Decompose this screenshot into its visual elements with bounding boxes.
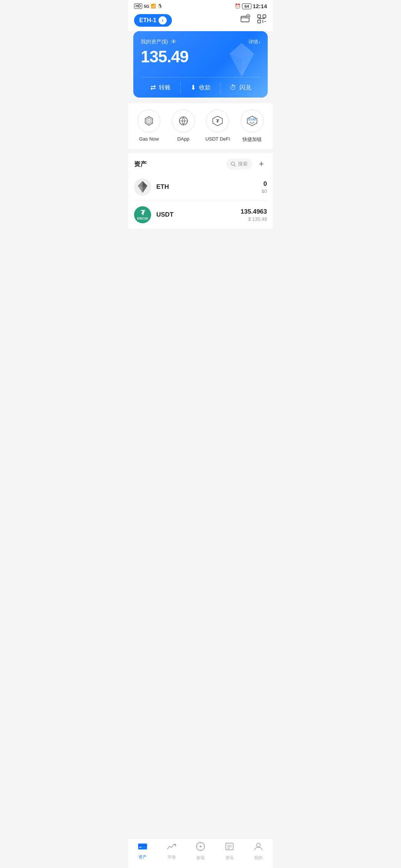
search-box[interactable]: 搜索 [226, 158, 252, 170]
nav-profile-icon [254, 842, 263, 854]
svg-point-32 [200, 846, 202, 848]
usdt-asset-values: 135.4963 $ 135.49 [241, 208, 267, 222]
gas-now-icon [137, 109, 160, 132]
usdt-asset-name: USDT [156, 211, 241, 218]
asset-card: 我的资产($) 👁 详情 › 135.49 ⇄ 转账 ⬇ [133, 31, 268, 98]
time-display: 12:14 [253, 3, 267, 9]
asset-item-eth[interactable]: ETH 0 $0 [134, 173, 267, 201]
network-selector[interactable]: ETH-1 › [134, 14, 172, 27]
svg-rect-29 [138, 845, 147, 846]
transfer-button[interactable]: ⇄ 转账 [141, 78, 180, 98]
battery-indicator: 64 [242, 3, 251, 9]
header-actions [240, 14, 267, 27]
quick-link-gas-now[interactable]: Gas Now [134, 109, 164, 143]
quick-link-quick-chain[interactable]: EVM 快捷加链 [237, 109, 267, 143]
status-bar: HD 5G 📶 🐧 ⏰ 64 12:14 [128, 0, 273, 11]
receive-icon: ⬇ [190, 83, 196, 92]
nav-market-icon [167, 842, 176, 853]
eth-asset-values: 0 $0 [262, 180, 267, 194]
quick-link-usdt-defi[interactable]: ₮ USDT DeFi [203, 109, 232, 143]
action-bar: ⇄ 转账 ⬇ 收款 ⏱ 闪兑 [141, 77, 260, 98]
transfer-icon: ⇄ [150, 83, 156, 92]
dapp-icon [172, 109, 195, 132]
flash-exchange-button[interactable]: ⏱ 闪兑 [221, 78, 260, 98]
status-right: ⏰ 64 12:14 [235, 3, 267, 9]
svg-text:EVM: EVM [248, 118, 256, 121]
svg-rect-30 [139, 847, 141, 848]
svg-rect-2 [258, 15, 261, 18]
usdt-defi-label: USDT DeFi [205, 136, 230, 142]
usdt-coin-icon: ₮ ERC20 [134, 206, 151, 223]
nav-item-news[interactable]: 资讯 [218, 842, 241, 861]
wechat-icon: 🐧 [157, 4, 163, 9]
add-asset-button[interactable]: + [256, 158, 267, 170]
app-header: ETH-1 › [128, 11, 273, 31]
nav-item-discover[interactable]: 发现 [189, 842, 212, 861]
scan-icon[interactable] [257, 14, 267, 27]
nav-assets-icon [138, 842, 147, 853]
svg-point-41 [257, 843, 260, 847]
nav-discover-icon [196, 842, 205, 854]
gas-now-label: Gas Now [139, 136, 159, 142]
quick-chain-label: 快捷加链 [242, 136, 262, 143]
eth-asset-name: ETH [156, 183, 262, 191]
assets-header: 资产 搜索 + [134, 153, 267, 173]
eth-coin-icon [134, 178, 151, 195]
svg-line-22 [234, 165, 236, 167]
usdt-usd-value: $ 135.49 [241, 216, 267, 222]
receive-label: 收款 [199, 84, 211, 92]
asset-item-usdt[interactable]: ₮ ERC20 USDT 135.4963 $ 135.49 [134, 201, 267, 228]
alarm-icon: ⏰ [235, 3, 241, 9]
flash-icon: ⏱ [230, 84, 237, 92]
svg-rect-3 [263, 15, 266, 18]
assets-title: 资产 [134, 160, 147, 168]
nav-news-icon [225, 842, 234, 854]
quick-links: Gas Now DApp ₮ [128, 103, 273, 149]
nav-item-market[interactable]: 市场 [160, 842, 183, 861]
wallet-add-icon[interactable] [240, 14, 251, 27]
eth-watermark [223, 41, 260, 80]
nav-item-assets[interactable]: 资产 [131, 842, 154, 861]
nav-profile-label: 我的 [254, 855, 263, 861]
svg-rect-28 [138, 844, 147, 849]
svg-rect-37 [226, 843, 233, 850]
transfer-label: 转账 [159, 84, 171, 92]
nav-item-profile[interactable]: 我的 [247, 842, 270, 861]
usdt-balance: 135.4963 [241, 208, 267, 216]
nav-market-label: 市场 [167, 854, 176, 860]
dapp-label: DApp [177, 136, 189, 142]
nav-news-label: 资讯 [225, 855, 234, 861]
assets-actions: 搜索 + [226, 158, 267, 170]
network-5g: 5G [144, 4, 149, 9]
status-left: HD 5G 📶 🐧 [134, 3, 163, 9]
quick-link-dapp[interactable]: DApp [169, 109, 198, 143]
eth-usd-value: $0 [262, 188, 267, 194]
receive-button[interactable]: ⬇ 收款 [181, 78, 221, 98]
asset-label: 我的资产($) 👁 [141, 39, 177, 45]
search-placeholder: 搜索 [238, 161, 248, 167]
flash-label: 闪兑 [239, 84, 251, 92]
eth-balance: 0 [262, 180, 267, 188]
hd-badge: HD [134, 3, 142, 9]
nav-discover-label: 发现 [196, 855, 205, 861]
visibility-icon[interactable]: 👁 [171, 39, 177, 45]
bottom-nav: 资产 市场 发现 [128, 838, 273, 868]
network-expand-icon: › [159, 16, 167, 24]
search-icon [231, 161, 236, 167]
quick-chain-icon: EVM [241, 109, 264, 132]
signal-icon: 📶 [151, 4, 156, 9]
usdt-defi-icon: ₮ [206, 109, 229, 132]
nav-assets-label: 资产 [138, 854, 147, 860]
network-label: ETH-1 [139, 17, 156, 24]
assets-section: 资产 搜索 + [128, 153, 273, 228]
svg-rect-4 [258, 20, 261, 23]
svg-text:₮: ₮ [216, 119, 219, 124]
